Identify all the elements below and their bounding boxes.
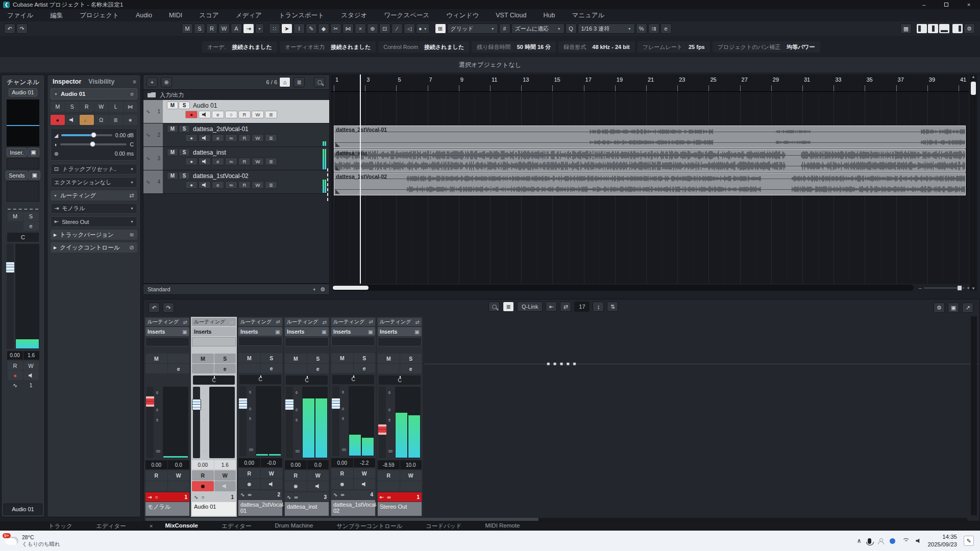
channel-read-button[interactable]: R <box>145 470 167 481</box>
channel-fader[interactable] <box>193 387 200 458</box>
menu-item[interactable]: メディア <box>236 11 262 20</box>
menu-item[interactable]: スタジオ <box>341 11 367 20</box>
chevron-down-icon[interactable]: ▼ <box>312 288 316 291</box>
channel-routing-rack[interactable]: ルーティング⇄ <box>238 318 282 326</box>
channel-inserts-rack[interactable]: Inserts▣ <box>145 327 189 336</box>
track-lanes-button[interactable]: ≣ <box>265 111 277 118</box>
track-monitor-state[interactable]: ○ <box>225 111 237 118</box>
mixer-channel[interactable]: ルーティング⇄Inserts▣MSeC605000.00-0.0RW●∿∞2da… <box>237 317 283 517</box>
automation-a-button[interactable]: A <box>231 23 242 34</box>
lower-tab-サンプラーコントロール[interactable]: サンプラーコントロール <box>336 522 402 530</box>
channel-pan-control[interactable]: C <box>286 375 328 385</box>
scrollbar-thumb[interactable] <box>971 82 976 95</box>
split-tool[interactable]: ✂ <box>330 23 341 34</box>
tab-visibility[interactable]: Visibility <box>88 78 114 85</box>
channel-read-button[interactable]: R <box>378 470 400 481</box>
go-first-button[interactable]: ⇤ <box>546 302 557 312</box>
channel-pan-control[interactable] <box>146 375 188 385</box>
right-zone-toggle[interactable] <box>952 24 963 33</box>
track-edit-button[interactable]: e <box>212 111 224 118</box>
channel-write-button[interactable]: W <box>23 361 39 370</box>
channel-routing-rack[interactable]: ルーティング⇄ <box>331 318 375 326</box>
channel-peak-value[interactable]: 0.0 <box>307 460 329 469</box>
track-record-button[interactable]: ● <box>185 134 198 142</box>
fader-cap[interactable] <box>238 398 248 409</box>
left-zone-close-icon[interactable]: × <box>150 523 153 529</box>
track-solo-button[interactable]: S <box>179 148 190 156</box>
use-track-preset-button[interactable]: ⊕ <box>161 77 172 87</box>
close-button[interactable]: × <box>958 0 980 9</box>
channel-counter[interactable]: 17 <box>574 302 590 312</box>
track-search-button[interactable] <box>314 77 325 87</box>
track-solo-button[interactable]: S <box>179 102 190 109</box>
channel-pan-control[interactable]: C <box>379 375 421 385</box>
channel-solo-button[interactable]: S <box>23 212 39 221</box>
track-versions-header[interactable]: ▶トラックバージョン≋ <box>51 230 137 240</box>
fade-handle[interactable] <box>335 166 340 170</box>
inspector-button-L[interactable]: L <box>109 102 123 112</box>
track-read-button[interactable]: R <box>238 181 251 189</box>
output-routing-dropdown[interactable]: ⇤Stereo Out▼ <box>51 216 137 227</box>
lower-zone-toggle[interactable] <box>928 24 938 33</box>
freeze-button[interactable]: ∗ <box>124 115 138 125</box>
qlink-button[interactable]: Q-Link <box>517 302 543 312</box>
maximize-button[interactable] <box>935 0 958 9</box>
channel-zone-footer[interactable]: Audio 01 <box>4 504 42 515</box>
channel-peak-value[interactable]: 1.6 <box>214 460 236 469</box>
input-routing-dropdown[interactable]: ⇥モノラル▼ <box>51 203 137 214</box>
channel-record-button[interactable]: ● <box>285 481 307 491</box>
automation-r-button[interactable]: R <box>206 23 217 34</box>
insert-slot[interactable] <box>145 337 189 346</box>
channel-routing-row[interactable]: ∿○1 <box>192 492 236 502</box>
channel-read-button[interactable]: R <box>8 361 23 370</box>
channel-name[interactable]: dattesa_1stVocal-02 <box>331 500 375 516</box>
channel-pan-control[interactable]: C <box>7 233 39 242</box>
zone-divider[interactable] <box>8 209 38 210</box>
track-filter-button[interactable]: ≣ <box>293 77 305 87</box>
mute-tool[interactable]: × <box>355 23 366 34</box>
channel-mute-button[interactable]: M <box>145 354 167 363</box>
track-monitor-state[interactable]: ∞ <box>225 134 237 142</box>
channel-mute-button[interactable]: M <box>378 354 400 363</box>
channel-peak-value[interactable]: 10.0 <box>400 460 422 469</box>
channel-read-button[interactable]: R <box>238 468 260 479</box>
channel-write-button[interactable]: W <box>168 470 190 481</box>
channel-fader[interactable] <box>332 386 339 456</box>
channel-inserts-rack[interactable]: Inserts▣ <box>238 327 282 336</box>
inspector-button-M[interactable]: M <box>51 102 65 112</box>
setup-toolbar-button[interactable]: ⚙ <box>964 23 975 34</box>
channel-edit-button[interactable]: e <box>307 364 329 373</box>
track-row[interactable]: ∿3MSdattesa_inst●e∞RW≣ <box>143 147 329 170</box>
volume-icon[interactable] <box>916 538 921 543</box>
track-monitor-button[interactable] <box>199 134 211 142</box>
channel-routing-rack[interactable]: ルーティング⇄ <box>192 318 236 326</box>
weather-widget[interactable]: 9+ 28°Cくもりのち晴れ <box>5 534 60 547</box>
channel-mute-button[interactable]: M <box>331 353 353 363</box>
channel-overview[interactable] <box>7 99 39 146</box>
fader-cap[interactable] <box>285 399 294 410</box>
quantize-panel-button[interactable]: e <box>660 23 672 34</box>
channel-peak-value[interactable]: 0.0 <box>168 460 190 469</box>
fader-cap[interactable] <box>331 398 340 409</box>
mixer-redo-button[interactable]: ↷ <box>163 303 174 313</box>
zone-preset-label[interactable]: Standard <box>148 286 170 292</box>
track-write-button[interactable]: W <box>252 111 264 118</box>
track-write-button[interactable]: W <box>252 134 264 142</box>
fade-handle[interactable] <box>335 142 340 147</box>
people-icon[interactable] <box>878 538 883 543</box>
track-mute-button[interactable]: M <box>167 102 178 109</box>
track-main[interactable]: MSdattesa_1stVocal-02●e∞RW≣ <box>163 170 329 193</box>
channel-name[interactable]: モノラル <box>145 502 189 516</box>
channel-inserts-rack[interactable]: Inserts▣ <box>192 327 236 336</box>
lock-button[interactable]: Ω <box>94 115 109 125</box>
channel-solo-button[interactable]: S <box>307 354 329 363</box>
channel-write-button[interactable]: W <box>214 470 236 481</box>
inserts-label[interactable]: Inser. <box>7 148 27 157</box>
track-monitor-button[interactable] <box>199 181 211 189</box>
object-select-tool[interactable]: ➤ <box>281 23 292 34</box>
channel-mute-button[interactable]: M <box>285 354 307 363</box>
mixer-undo-button[interactable]: ↶ <box>149 303 160 313</box>
track-read-button[interactable]: R <box>238 158 251 165</box>
channel-edit-button[interactable]: e <box>400 364 422 373</box>
track-main[interactable]: MSdattesa_inst●e∞RW≣ <box>163 147 329 170</box>
